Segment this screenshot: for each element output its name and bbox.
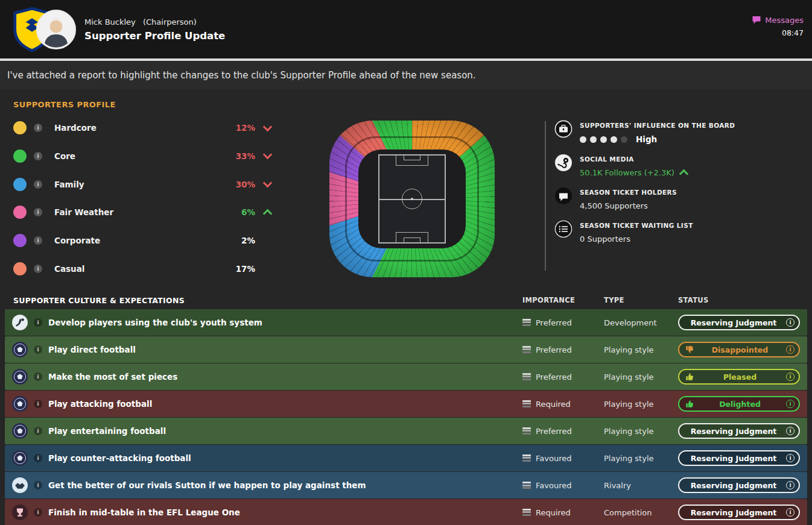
- status-pill[interactable]: Reserving Judgmenti: [678, 505, 800, 520]
- segment-label: Family: [49, 180, 221, 189]
- importance-label: Favoured: [536, 454, 571, 463]
- status-pill[interactable]: Reserving Judgmenti: [678, 477, 800, 493]
- culture-row[interactable]: iDevelop players using the club's youth …: [5, 309, 807, 336]
- football-icon: [12, 423, 28, 439]
- info-icon[interactable]: i: [34, 373, 42, 381]
- segment-color-dot: [13, 121, 27, 134]
- importance-level-icon: [522, 319, 531, 326]
- info-icon[interactable]: i: [786, 373, 795, 381]
- status-pill[interactable]: Disappointedi: [678, 342, 800, 357]
- football-icon: [12, 396, 28, 412]
- status-pill[interactable]: Delightedi: [678, 396, 800, 412]
- culture-row[interactable]: iPlay direct footballPreferredPlaying st…: [5, 336, 807, 363]
- football-icon: [12, 342, 28, 357]
- info-icon[interactable]: i: [786, 427, 795, 435]
- importance-level-icon: [522, 346, 531, 353]
- six-yard-box-bottom: [404, 237, 420, 242]
- trend-down-icon: [255, 154, 279, 158]
- culture-row[interactable]: iPlay counter-attacking footballFavoured…: [5, 445, 807, 471]
- season-ticket-holders-stat: SEASON TICKET HOLDERS 4,500 Supporters: [554, 187, 807, 210]
- social-media-value: 50.1K Followers (+2.3K): [580, 168, 674, 177]
- season-ticket-waiting-list-stat: SEASON TICKET WAITING LIST 0 Supporters: [554, 220, 807, 244]
- info-icon[interactable]: i: [786, 345, 795, 354]
- message-titles: Mick Buckley (Chairperson) Supporter Pro…: [84, 17, 225, 42]
- info-icon[interactable]: i: [34, 318, 42, 327]
- info-icon[interactable]: i: [34, 400, 42, 408]
- supporter-segment: iCasual17%: [13, 260, 279, 278]
- rivalry-icon: [12, 477, 28, 493]
- influence-rating: High: [580, 134, 735, 144]
- culture-row[interactable]: iPlay attacking footballRequiredPlaying …: [5, 391, 807, 417]
- segment-label: Core: [49, 151, 221, 161]
- segment-label: Corporate: [49, 236, 221, 245]
- centre-spot: [411, 198, 413, 200]
- expectation-text: Make the most of set pieces: [48, 372, 177, 382]
- info-icon[interactable]: i: [34, 180, 42, 189]
- status-pill[interactable]: Pleasedi: [678, 369, 800, 385]
- status-pill[interactable]: Reserving Judgmenti: [678, 450, 800, 466]
- header-right: Messages 08:47: [752, 16, 804, 37]
- culture-row[interactable]: iFinish in mid-table in the EFL League O…: [5, 499, 807, 525]
- type-label: Development: [604, 318, 678, 327]
- segment-label: Fair Weather: [49, 207, 221, 217]
- info-icon[interactable]: i: [34, 236, 42, 245]
- six-yard-box-top: [404, 156, 420, 160]
- segment-color-dot: [13, 178, 27, 191]
- pitch-graphic: [378, 154, 446, 244]
- type-label: Rivalry: [604, 481, 678, 490]
- importance-label: Preferred: [536, 318, 572, 327]
- info-icon[interactable]: i: [786, 400, 795, 408]
- football-icon: [12, 450, 28, 466]
- info-icon[interactable]: i: [34, 345, 42, 354]
- sender-line: Mick Buckley (Chairperson): [84, 17, 225, 27]
- type-label: Playing style: [604, 454, 678, 463]
- expectation-text: Play counter-attacking football: [48, 453, 191, 463]
- info-icon[interactable]: i: [34, 265, 42, 273]
- status-label: Reserving Judgment: [685, 508, 782, 517]
- importance-label: Required: [536, 508, 571, 517]
- expectation-text: Develop players using the club's youth s…: [48, 318, 262, 327]
- type-label: Playing style: [604, 427, 678, 436]
- culture-row[interactable]: iPlay entertaining footballPreferredPlay…: [5, 418, 807, 444]
- info-icon[interactable]: i: [786, 454, 795, 462]
- boardroom-icon: [554, 120, 573, 138]
- stadium-bowl: [358, 149, 466, 248]
- season-ticket-holders-icon: [554, 187, 573, 205]
- info-icon[interactable]: i: [34, 427, 42, 435]
- messages-label: Messages: [765, 16, 804, 25]
- importance-level-icon: [522, 373, 531, 380]
- thumbs-up-icon: [685, 400, 694, 408]
- info-icon[interactable]: i: [786, 508, 795, 517]
- importance-label: Preferred: [536, 427, 572, 436]
- influence-dots: [580, 136, 627, 143]
- stadium-graphic: [329, 121, 495, 277]
- info-icon[interactable]: i: [34, 481, 42, 489]
- messages-link[interactable]: Messages: [752, 16, 804, 25]
- trend-up-icon: [679, 169, 689, 179]
- club-crest-and-photo: [12, 7, 76, 52]
- info-icon[interactable]: i: [34, 124, 42, 132]
- importance-level-icon: [522, 482, 531, 489]
- culture-rows: iDevelop players using the club's youth …: [5, 309, 807, 525]
- culture-row[interactable]: iGet the better of our rivals Sutton if …: [5, 472, 807, 498]
- status-pill[interactable]: Reserving Judgmenti: [678, 315, 800, 330]
- status-pill[interactable]: Reserving Judgmenti: [678, 423, 800, 439]
- culture-row[interactable]: iMake the most of set piecesPreferredPla…: [5, 363, 807, 390]
- info-icon[interactable]: i: [34, 454, 42, 462]
- importance-level-icon: [522, 509, 531, 516]
- info-icon[interactable]: i: [34, 208, 42, 216]
- youth-icon: [12, 315, 28, 330]
- board-influence-label: SUPPORTERS' INFLUENCE ON THE BOARD: [580, 122, 735, 129]
- info-icon[interactable]: i: [34, 152, 42, 160]
- season-ticket-holders-value: 4,500 Supporters: [580, 201, 677, 210]
- info-icon[interactable]: i: [34, 508, 42, 517]
- stadium-column: [279, 112, 545, 286]
- season-ticket-waiting-list-label: SEASON TICKET WAITING LIST: [580, 222, 693, 229]
- influence-dot: [621, 136, 627, 143]
- info-icon[interactable]: i: [786, 481, 795, 489]
- segment-color-dot: [13, 206, 27, 219]
- info-icon[interactable]: i: [786, 318, 795, 327]
- importance-label: Favoured: [536, 481, 571, 490]
- social-media-stat: SOCIAL MEDIA 50.1K Followers (+2.3K): [554, 154, 807, 177]
- supporter-stats: SUPPORTERS' INFLUENCE ON THE BOARD High: [546, 112, 807, 286]
